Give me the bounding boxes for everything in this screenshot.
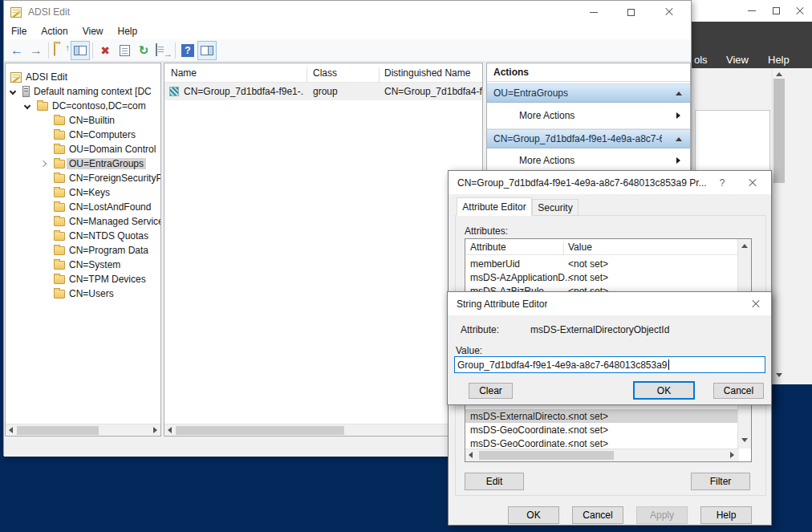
attr-row-geocoordinate-1[interactable]: msDS-GeoCoordinate... <not set> bbox=[465, 423, 739, 437]
tree-item-tpm-devices[interactable]: CN=TPM Devices bbox=[6, 272, 160, 286]
help-button[interactable]: Help bbox=[700, 506, 752, 524]
tree-item-managed-service[interactable]: CN=Managed Service bbox=[6, 214, 160, 229]
scrollbar-thumb[interactable] bbox=[479, 451, 614, 460]
cancel-button[interactable]: Cancel bbox=[572, 506, 623, 524]
show-action-pane-icon[interactable] bbox=[197, 41, 217, 60]
attr-row-externaldirectory-selected[interactable]: msDS-ExternalDirecto... <not set> bbox=[465, 409, 739, 423]
scroll-up-icon[interactable] bbox=[776, 72, 782, 76]
tree-item-ntds-quotas[interactable]: CN=NTDS Quotas bbox=[6, 229, 160, 243]
close-icon[interactable] bbox=[739, 171, 766, 194]
more-actions-entragroups[interactable]: More Actions bbox=[487, 104, 690, 127]
help-icon[interactable]: ? bbox=[178, 41, 197, 60]
edit-button[interactable]: Edit bbox=[465, 473, 524, 490]
properties-icon[interactable] bbox=[115, 41, 134, 60]
up-one-level-icon[interactable]: ↑ bbox=[51, 41, 71, 60]
dialog-titlebar[interactable]: String Attribute Editor bbox=[448, 292, 771, 315]
ok-button[interactable]: OK bbox=[508, 506, 559, 524]
tree-item-domain-controllers[interactable]: OU=Domain Control bbox=[6, 142, 160, 156]
column-distinguished-name[interactable]: Distinguished Name bbox=[384, 67, 470, 79]
toolbar-separator bbox=[92, 43, 93, 59]
tree-item-foreignsecurity[interactable]: CN=ForeignSecurityP bbox=[6, 171, 160, 185]
chevron-down-icon[interactable] bbox=[10, 88, 16, 95]
delete-icon[interactable]: ✖ bbox=[95, 41, 115, 60]
more-actions-group[interactable]: More Actions bbox=[487, 149, 690, 172]
adsi-titlebar[interactable]: ADSI Edit bbox=[4, 1, 691, 23]
menu-help[interactable]: Help bbox=[768, 54, 790, 66]
actions-section-entragroups[interactable]: OU=EntraGroups bbox=[487, 83, 690, 103]
export-list-icon[interactable]: → bbox=[153, 41, 173, 60]
menu-file[interactable]: File bbox=[4, 24, 34, 39]
column-attribute[interactable]: Attribute bbox=[470, 242, 506, 253]
list-horizontal-scrollbar[interactable] bbox=[164, 424, 482, 436]
tree-item-root[interactable]: ADSI Edit bbox=[6, 70, 160, 84]
tree-item-domain[interactable]: DC=contoso,DC=com bbox=[6, 99, 160, 113]
cell-name: CN=Group_7d1bdfa4-f9e1-... bbox=[184, 86, 304, 97]
tree-item-builtin[interactable]: CN=Builtin bbox=[6, 113, 160, 128]
folder-icon bbox=[54, 160, 65, 169]
maximize-icon[interactable] bbox=[612, 1, 650, 23]
ok-button[interactable]: OK bbox=[633, 381, 695, 400]
attr-row-memberuid[interactable]: memberUid <not set> bbox=[465, 257, 739, 270]
tree-item-entragroups[interactable]: OU=EntraGroups bbox=[6, 156, 160, 171]
tree-item-computers[interactable]: CN=Computers bbox=[6, 128, 160, 142]
help-icon[interactable]: ? bbox=[708, 171, 736, 194]
scroll-down-icon[interactable] bbox=[741, 438, 748, 442]
menu-view[interactable]: View bbox=[75, 24, 111, 39]
folder-icon bbox=[54, 246, 65, 255]
attributes-list-header: Attribute Value bbox=[465, 239, 739, 255]
value-input[interactable]: Group_7d1bdfa4-f9e1-4e9a-a8c7-648013c853… bbox=[454, 356, 765, 373]
forward-icon[interactable]: → bbox=[26, 41, 46, 60]
column-value[interactable]: Value bbox=[568, 242, 592, 253]
column-name[interactable]: Name bbox=[171, 67, 197, 79]
scroll-left-icon[interactable] bbox=[168, 427, 172, 433]
server-manager-scrollbar[interactable] bbox=[772, 68, 785, 384]
menu-view[interactable]: View bbox=[726, 54, 749, 66]
tree-item-naming-context[interactable]: Default naming context [DC bbox=[6, 84, 160, 99]
attr-row-azapplication[interactable]: msDS-AzApplicationD... <not set> bbox=[465, 270, 739, 284]
clear-button[interactable]: Clear bbox=[469, 383, 513, 399]
tab-attribute-editor[interactable]: Attribute Editor bbox=[457, 197, 532, 216]
menu-action[interactable]: Action bbox=[34, 24, 75, 39]
server-manager-titlebar bbox=[692, 0, 812, 22]
refresh-icon[interactable]: ↻ bbox=[134, 41, 153, 60]
scrollbar-thumb[interactable] bbox=[773, 79, 785, 183]
collapse-icon[interactable] bbox=[676, 137, 682, 141]
close-icon[interactable] bbox=[650, 1, 688, 23]
chevron-down-icon[interactable] bbox=[24, 103, 30, 109]
scroll-right-icon[interactable] bbox=[153, 427, 157, 433]
show-console-tree-icon[interactable] bbox=[71, 41, 90, 60]
tree-item-users[interactable]: CN=Users bbox=[6, 286, 160, 301]
scroll-up-icon[interactable] bbox=[741, 244, 748, 248]
scroll-right-icon[interactable] bbox=[730, 452, 734, 458]
scrollbar-thumb[interactable] bbox=[17, 426, 99, 435]
chevron-right-icon[interactable] bbox=[40, 160, 47, 167]
scroll-down-icon[interactable] bbox=[776, 373, 782, 377]
minimize-icon[interactable] bbox=[740, 2, 764, 20]
string-attribute-editor-dialog: String Attribute Editor Attribute: msDS-… bbox=[447, 291, 772, 405]
minimize-icon[interactable] bbox=[574, 1, 612, 23]
close-icon[interactable] bbox=[742, 292, 769, 315]
scroll-left-icon[interactable] bbox=[469, 452, 473, 458]
list-row-group[interactable]: CN=Group_7d1bdfa4-f9e1-... group CN=Grou… bbox=[164, 83, 482, 100]
attributes-horizontal-scrollbar[interactable] bbox=[465, 449, 739, 461]
tree-horizontal-scrollbar[interactable] bbox=[6, 424, 160, 436]
column-class[interactable]: Class bbox=[313, 67, 337, 79]
close-icon[interactable] bbox=[788, 2, 812, 20]
menu-help[interactable]: Help bbox=[111, 24, 145, 39]
collapse-icon[interactable] bbox=[676, 91, 682, 95]
tab-security[interactable]: Security bbox=[532, 199, 579, 216]
filter-button[interactable]: Filter bbox=[691, 473, 750, 490]
server-icon bbox=[22, 86, 30, 97]
list-header: Name Class Distinguished Name bbox=[164, 63, 482, 83]
cancel-button[interactable]: Cancel bbox=[713, 383, 764, 399]
menu-tools-partial[interactable]: ols bbox=[694, 54, 708, 66]
tree-item-keys[interactable]: CN=Keys bbox=[6, 185, 160, 200]
maximize-icon[interactable] bbox=[764, 2, 788, 20]
tree-item-program-data[interactable]: CN=Program Data bbox=[6, 243, 160, 258]
tree-item-system[interactable]: CN=System bbox=[6, 258, 160, 272]
scroll-left-icon[interactable] bbox=[9, 427, 13, 433]
scrollbar-thumb[interactable] bbox=[176, 426, 344, 435]
tree-item-lostandfound[interactable]: CN=LostAndFound bbox=[6, 200, 160, 214]
back-icon[interactable]: ← bbox=[7, 41, 26, 60]
actions-section-group[interactable]: CN=Group_7d1bdfa4-f9e1-4e9a-a8c7-6... bbox=[487, 129, 690, 148]
